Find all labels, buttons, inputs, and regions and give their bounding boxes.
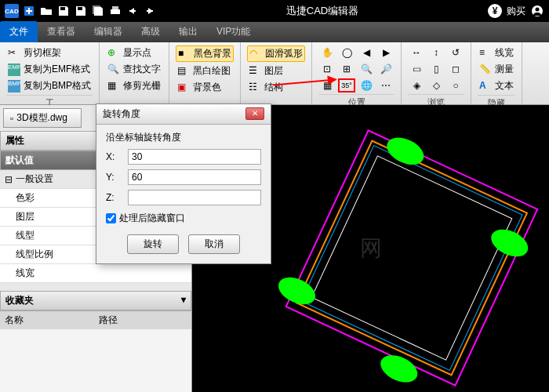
svg-rect-3 bbox=[111, 9, 120, 14]
layer[interactable]: ☰图层 bbox=[247, 64, 305, 78]
point-icon: ⊕ bbox=[107, 47, 120, 60]
browse-6[interactable]: ◇ bbox=[427, 78, 445, 93]
arc-icon: ◠ bbox=[249, 48, 262, 60]
browse-3[interactable]: ▯ bbox=[427, 62, 445, 76]
tab-vip[interactable]: VIP功能 bbox=[207, 21, 260, 42]
black-bg[interactable]: ■黑色背景 bbox=[176, 45, 234, 62]
line-width[interactable]: ≡线宽 bbox=[478, 45, 515, 60]
bwplot-icon: ▤ bbox=[177, 65, 190, 78]
bg-color[interactable]: ▣背景色 bbox=[176, 80, 234, 95]
x-input[interactable] bbox=[128, 149, 261, 165]
collapse-icon: ⊟ bbox=[5, 174, 13, 185]
trim-cursor[interactable]: ▦修剪光栅 bbox=[106, 78, 162, 93]
svg-rect-4 bbox=[112, 6, 118, 9]
fav-header[interactable]: 收藏夹 ▾ bbox=[0, 291, 191, 310]
show-point[interactable]: ⊕显示点 bbox=[106, 45, 162, 60]
tool-pan[interactable]: ✋ bbox=[318, 45, 336, 60]
model-wireframe bbox=[264, 108, 549, 392]
clip-frame[interactable]: ✂剪切框架 bbox=[6, 45, 93, 60]
layer-icon: ☰ bbox=[249, 65, 261, 78]
copy-emf[interactable]: EMF复制为EMF格式 bbox=[6, 62, 93, 77]
prop-lwidth[interactable]: 线宽 bbox=[0, 264, 191, 283]
close-button[interactable]: ✕ bbox=[245, 107, 264, 120]
fav-columns: 名称路径 bbox=[0, 310, 191, 329]
svg-point-6 bbox=[536, 8, 540, 12]
bmp-icon: BMP bbox=[8, 80, 20, 93]
svg-rect-1 bbox=[60, 7, 65, 10]
copy-bmp[interactable]: BMP复制为BMP格式 bbox=[6, 78, 93, 93]
trim-icon: ▦ bbox=[107, 80, 120, 93]
tab-output[interactable]: 输出 bbox=[169, 21, 207, 42]
scissors-icon: ✂ bbox=[8, 47, 20, 60]
browse-1[interactable]: ↺ bbox=[447, 45, 464, 60]
smooth-arc[interactable]: ◠圆滑弧形 bbox=[247, 45, 305, 62]
tool-zoom3[interactable]: 🔍 bbox=[358, 62, 375, 76]
app-logo: CAD bbox=[5, 4, 19, 18]
measure[interactable]: 📏测量 bbox=[478, 62, 515, 77]
text-tool[interactable]: A文本 bbox=[478, 78, 515, 93]
search-icon: 🔍 bbox=[107, 64, 120, 76]
tab-viewer[interactable]: 查看器 bbox=[38, 21, 85, 42]
tool-zoom2[interactable]: ⊞ bbox=[338, 62, 355, 76]
svg-rect-2 bbox=[78, 7, 82, 10]
saveas-icon[interactable] bbox=[74, 4, 88, 18]
bw-plot[interactable]: ▤黑白绘图 bbox=[176, 64, 234, 78]
browse-5[interactable]: ◈ bbox=[408, 78, 425, 93]
z-input[interactable] bbox=[128, 190, 261, 205]
measure-icon: 📏 bbox=[479, 64, 492, 76]
tool-rotate-angle[interactable]: 35° bbox=[338, 78, 355, 93]
hide-window-checkbox[interactable] bbox=[106, 213, 116, 223]
blackbg-icon: ■ bbox=[178, 48, 191, 60]
buy-link[interactable]: 购买 bbox=[507, 5, 525, 18]
user-icon[interactable] bbox=[530, 4, 544, 18]
linewidth-icon: ≡ bbox=[479, 47, 492, 60]
redo-icon[interactable] bbox=[143, 4, 157, 18]
tab-advanced[interactable]: 高级 bbox=[132, 21, 169, 42]
tool-circle[interactable]: ◯ bbox=[338, 45, 355, 60]
structure-icon: ☷ bbox=[249, 82, 261, 94]
file-icon: ▫ bbox=[10, 113, 13, 124]
browse-7[interactable]: ○ bbox=[447, 78, 464, 93]
tool-right[interactable]: ▶ bbox=[377, 45, 394, 60]
save-icon[interactable] bbox=[56, 4, 71, 18]
tab-file[interactable]: 文件 bbox=[0, 21, 38, 42]
browse-2[interactable]: ▭ bbox=[408, 62, 425, 76]
print-icon[interactable] bbox=[108, 4, 122, 18]
tool-left[interactable]: ◀ bbox=[358, 45, 375, 60]
browse-4[interactable]: ◻ bbox=[447, 62, 464, 76]
rotate-dialog: 旋转角度 ✕ 沿坐标轴旋转角度 X: Y: Z: 处理后隐藏窗口 旋转 取消 bbox=[96, 103, 271, 264]
new-icon[interactable] bbox=[22, 4, 36, 18]
browse-up[interactable]: ↕ bbox=[427, 45, 445, 60]
open-icon[interactable] bbox=[39, 4, 53, 18]
chevron-down-icon: ▾ bbox=[181, 294, 186, 305]
undo-icon[interactable] bbox=[125, 4, 140, 18]
tool-globe[interactable]: 🌐 bbox=[358, 78, 375, 93]
saveall-icon[interactable] bbox=[91, 4, 105, 18]
tool-more[interactable]: ⋯ bbox=[377, 78, 394, 93]
currency-icon[interactable]: ¥ bbox=[488, 4, 502, 18]
tool-zoom4[interactable]: 🔎 bbox=[377, 62, 394, 76]
emf-icon: EMF bbox=[8, 64, 20, 76]
tool-zoom1[interactable]: ⊡ bbox=[318, 62, 336, 76]
text-icon: A bbox=[479, 80, 492, 93]
browse-left[interactable]: ↔ bbox=[408, 45, 425, 60]
app-title: 迅捷CAD编辑器 bbox=[157, 4, 488, 18]
tab-editor[interactable]: 编辑器 bbox=[85, 21, 132, 42]
dialog-subtitle: 沿坐标轴旋转角度 bbox=[106, 131, 261, 144]
file-tab[interactable]: ▫ 3D模型.dwg bbox=[3, 108, 82, 128]
dialog-title: 旋转角度 bbox=[103, 107, 140, 121]
bgcolor-icon: ▣ bbox=[177, 82, 190, 94]
rotate-button[interactable]: 旋转 bbox=[127, 234, 179, 254]
y-input[interactable] bbox=[128, 169, 261, 185]
cancel-button[interactable]: 取消 bbox=[188, 234, 240, 254]
find-text[interactable]: 🔍查找文字 bbox=[106, 62, 162, 77]
